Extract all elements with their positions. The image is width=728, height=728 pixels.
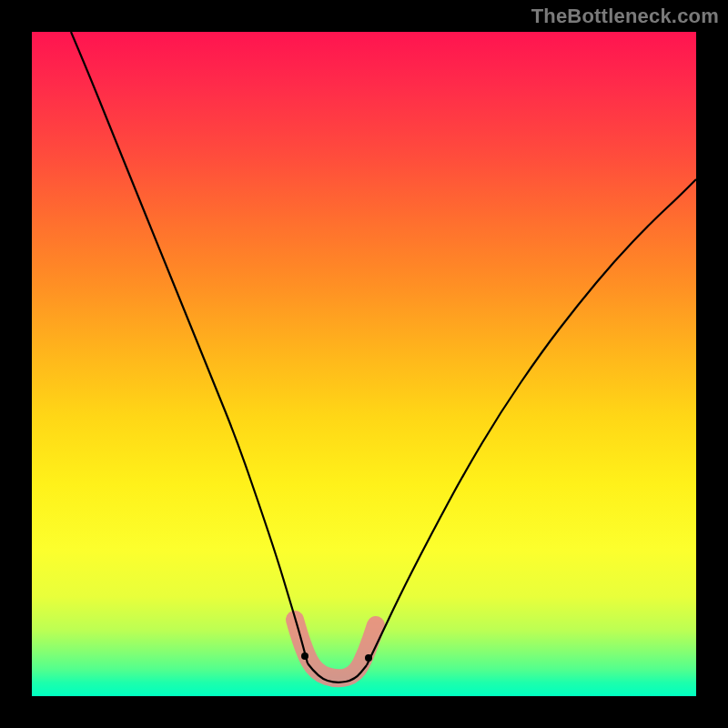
marker-dot [365, 654, 372, 662]
marker-dot [301, 652, 308, 660]
watermark-text: TheBottleneck.com [531, 5, 719, 28]
right-curve [367, 179, 696, 665]
curve-layer [32, 32, 696, 696]
plot-area [32, 32, 696, 696]
chart-frame: TheBottleneck.com [0, 0, 728, 728]
left-curve [71, 32, 308, 663]
